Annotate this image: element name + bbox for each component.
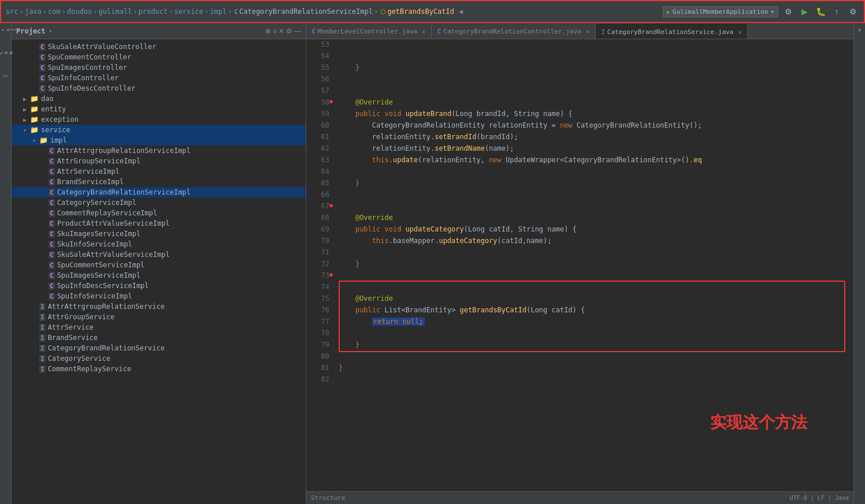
line-code-54[interactable] xyxy=(339,51,853,62)
tree-label-service: service xyxy=(41,126,70,134)
breadcrumb-service[interactable]: service xyxy=(174,8,203,16)
tree-item-spuinfodescserviceimpl[interactable]: CSpuInfoDescServiceImpl xyxy=(12,281,306,291)
git-button[interactable]: ↑ xyxy=(830,5,843,18)
tree-item-commentreplayservice[interactable]: ICommentReplayService xyxy=(12,364,306,374)
line-code-60[interactable]: CategoryBrandRelationEntity relationEnti… xyxy=(339,120,853,132)
tree-item-service[interactable]: ▾📁service xyxy=(12,125,306,135)
tree-item-exception[interactable]: ▶📁exception xyxy=(12,114,306,125)
line-code-68[interactable]: @Override xyxy=(339,212,853,224)
line-code-73[interactable] xyxy=(339,270,853,282)
tab-category-brand-service[interactable]: I CategoryBrandRelationService.java ✕ xyxy=(596,24,748,39)
panel-btn-dots[interactable]: ✕ xyxy=(279,27,284,35)
line-code-58[interactable]: @Override xyxy=(339,97,853,109)
breakpoint-marker[interactable]: ● xyxy=(329,202,333,208)
tree-item-spucommentserviceimpl[interactable]: CSpuCommentServiceImpl xyxy=(12,260,306,270)
tree-item-skusaleattrvalueserviceimpl[interactable]: CSkuSaleAttrValueServiceImpl xyxy=(12,249,306,260)
line-code-81[interactable]: } xyxy=(339,363,853,374)
tree-item-skusaleattrvaluecontroller[interactable]: CSkuSaleAttrValueController xyxy=(12,42,306,52)
tree-item-skuinfoserviceimpl[interactable]: CSkuInfoServiceImpl xyxy=(12,239,306,249)
breakpoint-marker[interactable]: ● xyxy=(329,98,333,104)
line-code-63[interactable]: this.update(relationEntity, new UpdateWr… xyxy=(339,155,853,166)
tree-item-categoryservice[interactable]: ICategoryService xyxy=(12,353,306,364)
run-button[interactable]: ▶ xyxy=(798,5,811,18)
sidebar-icon-project[interactable]: Proj xyxy=(1,25,10,35)
run-config-dropdown[interactable]: ▶ GulimallMemberApplication ▾ xyxy=(663,6,778,17)
build-button[interactable]: ⚙ xyxy=(782,5,795,18)
tree-item-brandserviceimpl[interactable]: CBrandServiceImpl xyxy=(12,177,306,187)
panel-btn-locate[interactable]: ⊕ xyxy=(265,27,271,35)
panel-btn-settings[interactable]: ⚙ xyxy=(286,27,292,35)
tree-item-attrserviceimpl[interactable]: CAttrServiceImpl xyxy=(12,166,306,177)
line-code-71[interactable] xyxy=(339,247,853,259)
tree-item-attrgroupservice[interactable]: IAttrGroupService xyxy=(12,312,306,322)
line-code-53[interactable] xyxy=(339,39,853,51)
tab-member-level[interactable]: C MemberLevelController.java ✕ xyxy=(306,24,432,39)
breadcrumb-java[interactable]: java xyxy=(25,8,42,16)
tree-item-commentreplayserviceimpl[interactable]: CCommentReplayServiceImpl xyxy=(12,208,306,218)
line-code-61[interactable]: relationEntity.setBrandId(brandId); xyxy=(339,132,853,143)
code-line-70: 70 this.baseMapper.updateCategory(catId,… xyxy=(306,236,853,247)
tree-item-impl[interactable]: ▾📁impl xyxy=(12,135,306,145)
breadcrumb-src[interactable]: src xyxy=(6,8,18,16)
tree-item-attrattrgrouprelationserviceimpl[interactable]: CAttrAttrgroupRelationServiceImpl xyxy=(12,145,306,156)
line-code-55[interactable]: } xyxy=(339,62,853,74)
tree-item-brandservice[interactable]: IBrandService xyxy=(12,333,306,343)
line-code-59[interactable]: public void updateBrand(Long brandId, St… xyxy=(339,109,853,120)
line-code-78[interactable] xyxy=(339,328,853,339)
line-code-82[interactable] xyxy=(339,374,853,386)
tree-item-attrattrgrouprelationservice[interactable]: IAttrAttrgroupRelationService xyxy=(12,301,306,312)
breadcrumb-class[interactable]: CategoryBrandRelationServiceImpl xyxy=(239,8,373,16)
panel-btn-collapse[interactable]: ≡ xyxy=(273,27,277,35)
breadcrumb-doudou[interactable]: doudou xyxy=(67,8,92,16)
line-code-70[interactable]: this.baseMapper.updateCategory(catId,nam… xyxy=(339,236,853,247)
panel-btn-minimize[interactable]: — xyxy=(294,27,301,35)
tree-item-skuimagesserviceimpl[interactable]: CSkuImagesServiceImpl xyxy=(12,229,306,239)
line-code-57[interactable] xyxy=(339,85,853,97)
breadcrumb-impl[interactable]: impl xyxy=(210,8,227,16)
tree-item-categoryserviceimpl[interactable]: CCategoryServiceImpl xyxy=(12,197,306,208)
tab-close-2[interactable]: ✕ xyxy=(586,28,589,35)
sidebar-icon-commit[interactable]: Com xyxy=(1,48,10,58)
tree-item-categorybrandrelationservice[interactable]: ICategoryBrandRelationService xyxy=(12,343,306,353)
line-code-66[interactable] xyxy=(339,189,853,201)
tree-item-spuinfocontroller[interactable]: CSpuInfoController xyxy=(12,73,306,83)
line-code-72[interactable]: } xyxy=(339,259,853,270)
breadcrumb-com[interactable]: com xyxy=(48,8,61,16)
line-code-56[interactable] xyxy=(339,74,853,85)
line-code-77[interactable]: return null; xyxy=(339,316,853,328)
line-code-67[interactable] xyxy=(339,201,853,212)
tree-item-attrgroupserviceimpl[interactable]: CAttrGroupServiceImpl xyxy=(12,156,306,166)
line-code-80[interactable] xyxy=(339,351,853,363)
tree-item-spuinfoserviceimpl[interactable]: CSpuInfoServiceImpl xyxy=(12,291,306,301)
tab-close-3[interactable]: ✕ xyxy=(738,29,741,35)
code-line-80: 80 xyxy=(306,351,853,363)
debug-button[interactable]: 🐛 xyxy=(814,5,827,18)
panel-title-arrow: ▾ xyxy=(49,28,53,34)
tab-category-brand-controller[interactable]: C CategoryBrandRelationController.java ✕ xyxy=(432,24,595,39)
sidebar-icon-structure[interactable]: S xyxy=(1,72,10,81)
line-code-62[interactable]: relationEntity.setBrandName(name); xyxy=(339,143,853,155)
line-code-74[interactable] xyxy=(339,282,853,293)
line-code-76[interactable]: public List<BrandEntity> getBrandsByCatI… xyxy=(339,305,853,316)
tab-close-1[interactable]: ✕ xyxy=(422,28,425,35)
line-code-64[interactable] xyxy=(339,166,853,178)
line-code-79[interactable]: } xyxy=(339,339,853,351)
settings-button[interactable]: ⚙ xyxy=(847,5,859,18)
tree-item-spucommentcontroller[interactable]: CSpuCommentController xyxy=(12,52,306,62)
line-code-75[interactable]: @Override xyxy=(339,293,853,305)
line-code-65[interactable]: } xyxy=(339,178,853,189)
breakpoint-marker[interactable]: ● xyxy=(329,271,333,278)
tree-item-spuimagescontroller[interactable]: CSpuImagesController xyxy=(12,62,306,73)
tree-item-spuimagesserviceimpl[interactable]: CSpuImagesServiceImpl xyxy=(12,270,306,281)
tree-item-attrservice[interactable]: IAttrService xyxy=(12,322,306,333)
tree-item-entity[interactable]: ▶📁entity xyxy=(12,104,306,114)
breadcrumb-method[interactable]: getBrandsByCatId xyxy=(387,8,454,16)
breadcrumb-product[interactable]: product xyxy=(139,8,168,16)
line-code-69[interactable]: public void updateCategory(Long catId, S… xyxy=(339,224,853,236)
tree-item-productattrvalueserviceimpl[interactable]: CProductAttrValueServiceImpl xyxy=(12,218,306,229)
breadcrumb-gulimall[interactable]: gulimall xyxy=(99,8,132,16)
code-line-69: 69 public void updateCategory(Long catId… xyxy=(306,224,853,236)
tree-item-spuinfodesccontroller[interactable]: CSpuInfoDescController xyxy=(12,83,306,94)
tree-item-categorybrandrelationserviceimpl[interactable]: CCategoryBrandRelationServiceImpl xyxy=(12,187,306,197)
tree-item-dao[interactable]: ▶📁dao xyxy=(12,94,306,104)
